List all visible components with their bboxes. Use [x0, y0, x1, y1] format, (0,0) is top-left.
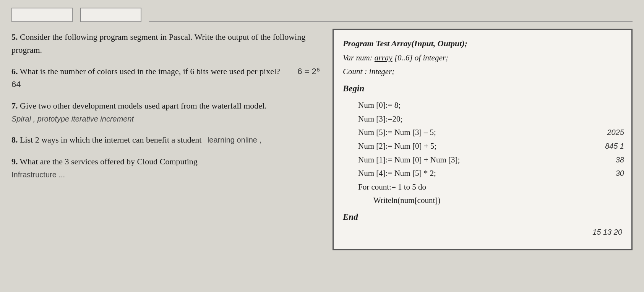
q9-text: What are the 3 services offered by Cloud…: [20, 157, 198, 166]
top-box-1: [11, 8, 73, 22]
top-bar: [11, 8, 633, 23]
program-header: Program Test Array(Input, Output);: [343, 37, 622, 50]
annotation-845: 845 1: [605, 140, 624, 152]
prog-line-1: Num [3]:=20;: [358, 113, 622, 126]
question-9: 9. What are the 3 services offered by Cl…: [11, 155, 325, 181]
prog-line-5: Num [4]:= Num [5] * 2; 30: [358, 167, 622, 180]
q6-number: 6.: [11, 67, 18, 76]
prog-line-3: Num [2]:= Num [0] + 5; 845 1: [358, 140, 622, 153]
prog-line-0: Num [0]:= 8;: [358, 99, 622, 112]
q8-number: 8.: [11, 135, 18, 144]
q9-number: 9.: [11, 157, 18, 166]
q7-answer: Spiral , prototype iterative increment: [11, 113, 325, 125]
prog-line-7: Writeln(num[count]): [358, 194, 622, 207]
q9-answer: Infrastructure ...: [11, 169, 325, 181]
left-column: 5. Consider the following program segmen…: [11, 27, 325, 288]
page-container: 5. Consider the following program segmen…: [0, 0, 644, 292]
bottom-note: 15 13 20: [343, 226, 622, 238]
program-body: Num [0]:= 8; Num [3]:=20; Num [5]:= Num …: [343, 99, 622, 207]
q7-number: 7.: [11, 101, 18, 110]
question-5: 5. Consider the following program segmen…: [11, 31, 325, 57]
q5-text: Consider the following program segment i…: [11, 32, 305, 55]
q6-text: What is the number of colors used in the…: [20, 67, 280, 76]
program-count-line: Count : integer;: [343, 65, 622, 78]
q5-number: 5.: [11, 32, 18, 42]
end-label: End: [343, 210, 622, 224]
question-7: 7. Give two other development models use…: [11, 99, 325, 125]
prog-line-4: Num [1]:= Num [0] + Num [3]; 38: [358, 154, 622, 167]
q7-text: Give two other development models used a…: [20, 101, 267, 110]
question-6: 6. What is the number of colors used in …: [11, 65, 325, 91]
annotation-2025: 2025: [607, 126, 625, 138]
annotation-38: 38: [616, 154, 624, 166]
right-column: Program Test Array(Input, Output); Var n…: [333, 27, 633, 288]
top-box-2: [80, 8, 141, 22]
prog-line-6: For count:= 1 to 5 do: [358, 181, 622, 194]
q8-answer: learning online ,: [208, 136, 261, 144]
annotation-30: 30: [616, 167, 624, 179]
begin-label: Begin: [343, 82, 622, 96]
top-line: [149, 8, 633, 22]
question-8: 8. List 2 ways in which the internet can…: [11, 133, 325, 146]
main-content: 5. Consider the following program segmen…: [11, 27, 633, 288]
prog-line-2: Num [5]:= Num [3] – 5; 2025: [358, 126, 622, 139]
q8-text: List 2 ways in which the internet can be…: [20, 135, 201, 144]
program-var: Var num: array [0..6] of integer;: [343, 52, 622, 65]
program-box: Program Test Array(Input, Output); Var n…: [333, 29, 633, 250]
